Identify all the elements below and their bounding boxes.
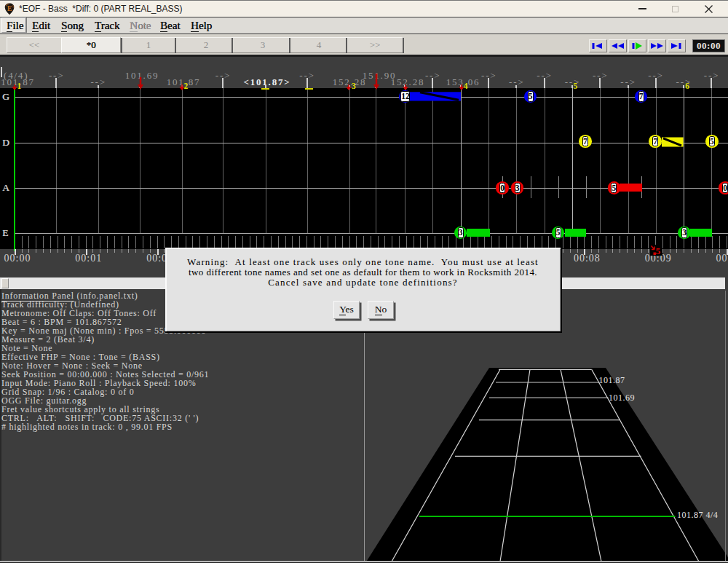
svg-text:101.87: 101.87 bbox=[599, 375, 625, 385]
svg-text:E: E bbox=[7, 5, 12, 12]
svg-text:101.69: 101.69 bbox=[609, 393, 635, 403]
svg-text:101.87 4/4: 101.87 4/4 bbox=[677, 510, 718, 520]
svg-text:5: 5 bbox=[656, 245, 661, 256]
